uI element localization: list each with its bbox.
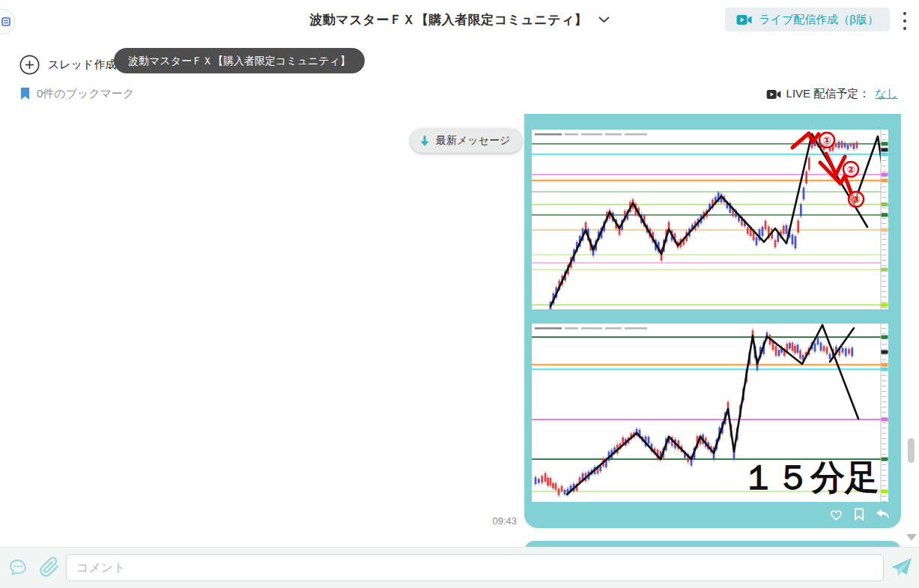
next-message-card-edge	[524, 541, 901, 547]
live-video-icon	[766, 89, 781, 100]
paper-plane-icon	[891, 557, 912, 578]
active-thread-chip[interactable]: 波動マスターＦＸ【購入者限定コミュニティ】	[114, 48, 365, 73]
chat-bubble-icon	[7, 557, 28, 578]
create-thread-label: スレッド作成	[48, 58, 116, 72]
send-button[interactable]	[891, 557, 912, 581]
svg-text:１５分足: １５分足	[741, 458, 879, 497]
thread-bar: スレッド作成 波動マスターＦＸ【購入者限定コミュニティ】	[0, 39, 919, 81]
bookmarks-count-label: 0件のブックマーク	[37, 87, 134, 101]
plus-circle-icon	[19, 55, 40, 75]
bookmark-icon	[20, 88, 30, 100]
emoji-comment-button[interactable]	[7, 557, 28, 581]
live-broadcast-create-button[interactable]: ライブ配信作成（β版）	[725, 7, 890, 31]
chart-image-2[interactable]: １５分足	[532, 324, 888, 502]
comment-composer	[0, 547, 919, 588]
message-actions	[828, 506, 890, 521]
bookmark-outline-icon	[854, 508, 864, 521]
svg-text:①: ①	[822, 135, 831, 146]
video-camera-icon	[736, 14, 752, 25]
app-header: 波動マスターＦＸ【購入者限定コミュニティ】 ライブ配信作成（β版）	[0, 0, 919, 39]
community-chat-page: 波動マスターＦＸ【購入者限定コミュニティ】 ライブ配信作成（β版） スレッド作成	[0, 0, 919, 588]
message-card: ①②③ １５分足	[524, 114, 901, 528]
scrollbar-thumb[interactable]	[908, 438, 915, 463]
like-button[interactable]	[828, 506, 843, 521]
sidebar-toggle-icon	[1, 17, 10, 26]
live-schedule-link[interactable]: なし	[875, 87, 898, 101]
paperclip-icon	[39, 557, 60, 578]
reply-arrow-icon	[876, 508, 890, 520]
message-timestamp: 09:43	[479, 515, 517, 527]
latest-message-button[interactable]: 最新メッセージ	[410, 129, 522, 153]
svg-text:③: ③	[852, 194, 860, 205]
latest-message-label: 最新メッセージ	[436, 134, 510, 148]
live-schedule-label: LIVE 配信予定：	[786, 87, 870, 101]
bookmark-message-button[interactable]	[852, 506, 867, 521]
chat-message-list: 最新メッセージ ①②③ １５分足	[0, 111, 919, 547]
heart-icon	[829, 508, 843, 521]
sidebar-toggle-button[interactable]	[0, 9, 15, 34]
scroll-down-icon[interactable]	[906, 534, 917, 541]
chart-image-1[interactable]: ①②③	[532, 130, 888, 309]
attach-file-button[interactable]	[39, 557, 60, 581]
bookmark-bar: 0件のブックマーク LIVE 配信予定： なし	[0, 81, 919, 112]
chevron-down-icon	[598, 16, 610, 23]
page-title: 波動マスターＦＸ【購入者限定コミュニティ】	[309, 11, 587, 28]
bookmarks-filter[interactable]: 0件のブックマーク	[20, 87, 134, 101]
svg-text:②: ②	[846, 164, 855, 175]
create-thread-button[interactable]: スレッド作成	[19, 55, 116, 75]
arrow-down-icon	[419, 136, 430, 147]
comment-input[interactable]	[66, 554, 884, 581]
community-title-dropdown[interactable]: 波動マスターＦＸ【購入者限定コミュニティ】	[309, 0, 609, 39]
reply-button[interactable]	[875, 506, 890, 521]
live-broadcast-create-label: ライブ配信作成（β版）	[759, 13, 879, 27]
live-schedule: LIVE 配信予定： なし	[766, 87, 898, 101]
more-options-button[interactable]	[900, 11, 910, 31]
